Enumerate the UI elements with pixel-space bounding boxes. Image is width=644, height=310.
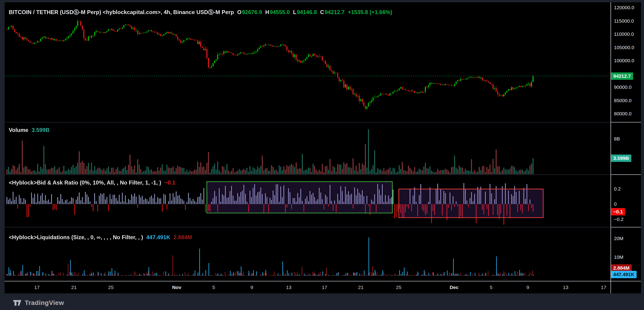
bid-ask-value: −0.1: [164, 179, 175, 186]
time-axis-day-label: 17: [601, 285, 606, 290]
axis-tick-label: 100000.0: [614, 58, 634, 63]
bid-ask-legend-row[interactable]: <Hyblock>Bid & Ask Ratio (0%, 10%, All, …: [9, 179, 175, 186]
time-axis-day-label: 21: [71, 285, 76, 290]
tradingview-logo[interactable]: TradingView: [13, 299, 64, 307]
axis-tick-label: 20M: [614, 236, 624, 241]
ohlc-close: C 94212.7: [320, 9, 345, 15]
axis-pane-separator: [611, 174, 641, 175]
tradingview-logo-text: TradingView: [25, 299, 64, 307]
axis-tick-label: 120000.0: [614, 5, 634, 10]
liquidations-value-red: 2.884M: [174, 234, 192, 241]
axis-tick-label: 0.2: [614, 186, 621, 192]
bid-ask-value-chip: −0.1: [611, 208, 625, 215]
ohlc-high: H 94555.0: [265, 9, 290, 15]
time-axis-day-label: 13: [286, 285, 291, 290]
axis-tick-label: 90000.0: [614, 84, 632, 90]
candlestick-chart-canvas[interactable]: [4, 2, 610, 122]
liquidations-legend-row[interactable]: <Hyblock>Liquidations (Size, , 0, ∞, , ,…: [9, 234, 192, 241]
volume-value: 3.599B: [32, 127, 50, 133]
time-axis-day-label: 5: [212, 285, 215, 290]
time-axis-month-label: Nov: [172, 285, 181, 290]
chart-legend-row[interactable]: BITCOIN / TETHER (USDⓈ-M Perp) <hyblockc…: [9, 8, 392, 16]
time-axis-day-label: 21: [358, 285, 363, 290]
tradingview-chart-window: BITCOIN / TETHER (USDⓈ-M Perp) <hyblockc…: [0, 0, 644, 310]
axis-tick-label: 110000.0: [614, 31, 634, 37]
time-axis-day-label: 17: [322, 285, 327, 290]
axis-tick-label: 8B: [614, 136, 620, 142]
liquidations-value-blue: 447.491K: [146, 234, 170, 241]
axis-pane-separator: [611, 227, 641, 227]
axis-pane-separator: [611, 122, 641, 123]
price-axis-border: [610, 2, 611, 293]
pane-separator[interactable]: [4, 122, 610, 123]
pane-separator[interactable]: [4, 174, 610, 175]
ohlc-low: L 94146.8: [293, 9, 317, 15]
axis-tick-label: 85000.0: [614, 98, 632, 103]
bid-ask-red-annotation-box[interactable]: [398, 189, 544, 218]
symbol-title: BITCOIN / TETHER (USDⓈ-M Perp) <hyblockc…: [9, 8, 234, 16]
axis-tick-label: 0: [614, 201, 617, 207]
volume-chart-canvas[interactable]: [4, 123, 610, 174]
pane-separator[interactable]: [4, 227, 610, 227]
ohlc-open: O 92676.9: [237, 9, 262, 15]
time-axis-month-label: Dec: [450, 285, 459, 290]
time-axis-day-label: 17: [34, 285, 40, 290]
axis-tick-label: −0.2: [614, 217, 624, 222]
axis-tick-label: 105000.0: [614, 45, 634, 50]
liquidations-blue-chip: 447.491K: [611, 271, 636, 278]
axis-tick-label: 80000.0: [614, 111, 632, 117]
price-change: +1535.8 (+1.66%): [348, 9, 392, 15]
time-axis-day-label: 9: [250, 285, 253, 290]
bid-ask-green-annotation-box[interactable]: [206, 181, 393, 213]
bid-ask-label: <Hyblock>Bid & Ask Ratio (0%, 10%, All, …: [9, 179, 161, 186]
time-axis-border: [4, 281, 641, 281]
axis-tick-label: 115000.0: [614, 18, 634, 24]
tradingview-logo-icon: [13, 299, 22, 307]
time-axis-day-label: 9: [526, 285, 529, 290]
volume-label: Volume: [9, 127, 28, 133]
time-axis-day-label: 25: [108, 285, 114, 290]
volume-value-chip: 3.599B: [611, 155, 631, 162]
time-axis-day-label: 25: [396, 285, 401, 290]
last-price-chip: 94212.7: [611, 72, 633, 80]
volume-legend-row[interactable]: Volume 3.599B: [9, 127, 50, 133]
axis-tick-label: 10M: [614, 254, 624, 260]
time-axis-day-label: 13: [563, 285, 568, 290]
time-axis-day-label: 5: [490, 285, 492, 290]
liquidations-label: <Hyblock>Liquidations (Size, , 0, ∞, , ,…: [9, 234, 143, 241]
